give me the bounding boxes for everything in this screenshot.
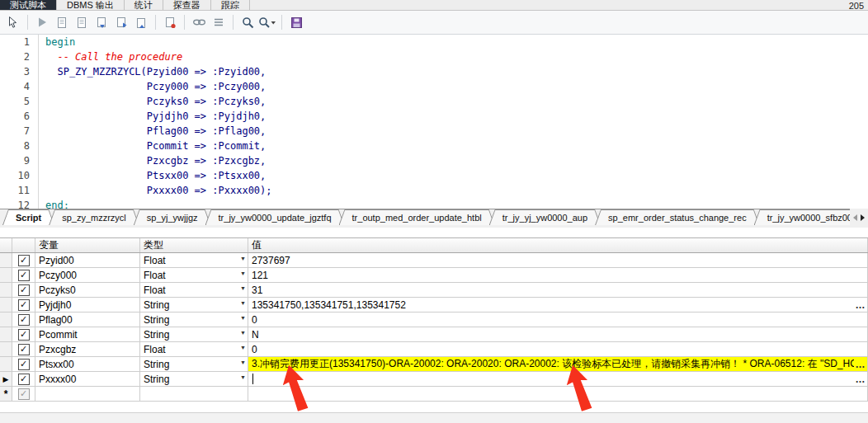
column-header-type[interactable]: 类型: [140, 238, 248, 252]
find-button[interactable]: [238, 13, 257, 31]
value-cell[interactable]: N: [248, 327, 868, 341]
code-line: 3 SP_ZY_MZZRZYCL(Pzyid00 => :Pzyid00,: [0, 64, 868, 79]
type-dropdown-icon[interactable]: ▼: [240, 256, 246, 261]
search-options-button[interactable]: [258, 13, 276, 31]
value-cell[interactable]: 121: [248, 268, 868, 282]
code-line: 1begin: [0, 35, 868, 49]
tab-scroll-left-icon[interactable]: [853, 214, 857, 221]
variable-name-cell[interactable]: Pyjdjh0: [35, 298, 140, 312]
row-indicator-cell: [0, 253, 12, 267]
type-dropdown-icon[interactable]: ▼: [240, 270, 246, 276]
tab-scroll-right-icon[interactable]: [861, 214, 865, 221]
script-tab-1[interactable]: sp_zy_mzzrzycl: [49, 209, 139, 225]
row-checkbox[interactable]: ✓: [18, 329, 30, 341]
variable-name-cell[interactable]: Pzxcgbz: [35, 342, 140, 356]
row-checkbox[interactable]: ✓: [18, 314, 30, 326]
ellipsis-button[interactable]: …: [854, 357, 866, 371]
type-cell[interactable]: String▼: [140, 372, 248, 386]
variable-name-cell[interactable]: Ptsxx00: [35, 357, 140, 371]
type-cell[interactable]: Float▼: [140, 253, 248, 267]
row-checkbox[interactable]: ✓: [18, 344, 30, 355]
code-line: 10 Ptsxx00 => :Ptsxx00,: [0, 168, 868, 183]
value-cell[interactable]: 31: [248, 283, 868, 297]
type-cell[interactable]: String▼: [140, 357, 248, 371]
window-tab-2[interactable]: 统计: [125, 0, 163, 10]
variable-name-cell[interactable]: Pxxxx00: [35, 372, 140, 386]
type-dropdown-icon[interactable]: ▼: [240, 374, 246, 380]
row-checkbox[interactable]: ✓: [18, 255, 30, 266]
value-cell[interactable]: 135341750,135341751,135341752…: [248, 298, 868, 312]
type-cell[interactable]: Float▼: [140, 268, 248, 282]
list-icon: [213, 16, 224, 28]
output-list-button[interactable]: [210, 13, 228, 31]
window-tab-3[interactable]: 探查器: [163, 0, 211, 10]
row-checkbox[interactable]: ✓: [18, 388, 30, 400]
step-into-button[interactable]: [92, 13, 111, 31]
script-tab-4[interactable]: tr_outp_med_order_update_htbl: [339, 209, 495, 225]
code-text: end;: [39, 198, 69, 209]
type-dropdown-icon[interactable]: ▼: [240, 300, 246, 306]
horizontal-scrollbar[interactable]: [0, 412, 868, 423]
run-button[interactable]: [33, 13, 51, 31]
value-cell[interactable]: 3.冲销完费用更正(135341750)-ORA-20002: ORA-2002…: [248, 357, 868, 371]
value-cell[interactable]: …: [248, 372, 868, 386]
script-tab-label: sp_yj_ywjjgz: [147, 213, 198, 223]
column-header-variable[interactable]: 变量: [35, 238, 140, 252]
value-cell[interactable]: 2737697: [248, 253, 868, 267]
variable-name-cell[interactable]: Pflag00: [35, 313, 140, 327]
variable-name-cell[interactable]: [35, 387, 140, 401]
variable-name-cell[interactable]: Pczy000: [35, 268, 140, 282]
new-script-button[interactable]: [53, 13, 71, 31]
script-tab-6[interactable]: sp_emr_order_status_change_rec: [595, 209, 760, 225]
window-tab-1[interactable]: DBMS 输出: [57, 0, 125, 10]
debug-pointer-button[interactable]: [4, 13, 22, 31]
type-dropdown-icon[interactable]: ▼: [240, 330, 246, 336]
row-checkbox[interactable]: ✓: [18, 374, 30, 385]
window-tab-4[interactable]: 跟踪: [211, 0, 250, 10]
line-number: 9: [0, 153, 39, 168]
type-cell[interactable]: String▼: [140, 298, 248, 312]
column-header-value[interactable]: 值: [248, 238, 868, 252]
grid-corner-cell: [0, 238, 12, 252]
type-cell[interactable]: [140, 387, 248, 401]
table-row: ✓Pczyks0Float▼31: [0, 283, 868, 298]
row-checkbox[interactable]: ✓: [18, 299, 30, 311]
code-text: Pflag00 => :Pflag00,: [39, 124, 266, 139]
row-checkbox[interactable]: ✓: [18, 359, 30, 370]
save-button[interactable]: [287, 13, 305, 31]
script-tab-0[interactable]: Script: [2, 209, 54, 225]
step-over-button[interactable]: [112, 13, 130, 31]
variable-name-cell[interactable]: Pzyid00: [35, 253, 140, 267]
script-tab-5[interactable]: tr_jy_yj_yw0000_aup: [489, 209, 601, 225]
value-cell[interactable]: 0: [248, 342, 868, 356]
breakpoint-button[interactable]: [161, 13, 179, 31]
cell-value: 0: [252, 314, 257, 326]
ellipsis-button[interactable]: …: [854, 372, 866, 386]
script-tab-3[interactable]: tr_jy_yw0000_update_jgztfq: [205, 209, 345, 225]
step-out-button[interactable]: [132, 13, 150, 31]
type-dropdown-icon[interactable]: ▼: [240, 360, 246, 365]
link-button[interactable]: [190, 13, 208, 31]
checkbox-cell: ✓: [12, 357, 35, 371]
value-cell[interactable]: [248, 387, 868, 401]
type-cell[interactable]: String▼: [140, 313, 248, 327]
code-text: begin: [39, 35, 75, 49]
variable-name-cell[interactable]: Pczyks0: [35, 283, 140, 297]
select-column-header[interactable]: [12, 238, 35, 252]
row-checkbox[interactable]: ✓: [18, 270, 30, 281]
line-number: 7: [0, 124, 39, 139]
variable-name-cell[interactable]: Pcommit: [35, 327, 140, 341]
type-dropdown-icon[interactable]: ▼: [240, 315, 246, 321]
type-dropdown-icon[interactable]: ▼: [240, 345, 246, 350]
type-cell[interactable]: Float▼: [140, 342, 248, 356]
type-cell[interactable]: Float▼: [140, 283, 248, 297]
script-tab-2[interactable]: sp_yj_ywjjgz: [134, 209, 211, 225]
type-cell[interactable]: String▼: [140, 327, 248, 341]
window-tab-0[interactable]: 测试脚本: [0, 0, 57, 10]
value-cell[interactable]: 0: [248, 313, 868, 327]
ellipsis-button[interactable]: …: [854, 298, 866, 312]
row-checkbox[interactable]: ✓: [18, 284, 30, 296]
type-dropdown-icon[interactable]: ▼: [240, 285, 246, 291]
code-editor[interactable]: 1begin2 -- Call the procedure3 SP_ZY_MZZ…: [0, 35, 868, 209]
open-script-button[interactable]: [73, 13, 91, 31]
